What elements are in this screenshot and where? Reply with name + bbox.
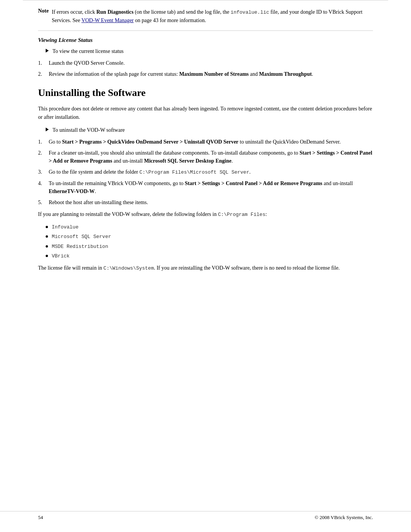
uninstall-bullet-list: To uninstall the VOD-W software [38, 126, 373, 134]
us4-bold: Start > Settings > Control Panel > Add o… [185, 181, 322, 186]
license-code: C:\Windows\System [104, 265, 154, 271]
viewing-license-section: Viewing License Status To view the curre… [38, 37, 373, 78]
footer-copyright: © 2008 VBrick Systems, Inc. [315, 514, 373, 521]
uninstall-num-5: 5. [38, 198, 49, 206]
step-2-bold1: Maximum Number of Streams [179, 71, 249, 77]
note-text: If errors occur, click Run Diagnostics (… [52, 8, 373, 24]
reinstall-after: : [265, 211, 267, 217]
uninstall-num-4: 4. [38, 179, 49, 187]
us1-before: Go to [49, 139, 62, 145]
folder-item-1: Microsoft SQL Server [46, 233, 373, 241]
bullet-triangle-icon-2 [46, 128, 49, 131]
viewing-step-2: 2. Review the information of the splash … [38, 70, 373, 78]
uninstall-num-3: 3. [38, 168, 49, 176]
license-before: The license file will remain in [38, 265, 104, 271]
license-after: . If you are reinstalling the VOD-W soft… [154, 265, 339, 271]
folder-2-text: MSDE Redistribution [52, 243, 108, 251]
folder-0-text: Infovalue [52, 224, 78, 231]
step-num-1: 1. [38, 59, 49, 67]
us2-after: and un-install [112, 158, 144, 164]
us3-after: . [249, 169, 251, 175]
license-para: The license file will remain in C:\Windo… [38, 264, 373, 273]
footer-page-number: 54 [38, 514, 43, 521]
vod-w-link[interactable]: VOD-W Event Manager [81, 18, 134, 23]
bullet-triangle-icon [46, 49, 49, 53]
us4-end: . [95, 189, 96, 194]
viewing-bullet-item: To view the current license status [46, 47, 373, 55]
note-label: Note [38, 8, 49, 14]
content-area: Note If errors occur, click Run Diagnost… [0, 0, 411, 307]
step-2-before: Review the information of the splash pag… [49, 71, 179, 77]
us4-bold2: EtherneTV-VOD-W [49, 189, 95, 194]
viewing-step-1: 1. Launch the QVOD Server Console. [38, 59, 373, 67]
step-2-end: . [312, 71, 313, 77]
us2-bold2: Microsoft SQL Server Desktop Engine [144, 158, 232, 164]
bullet-dot-icon-1 [46, 235, 48, 238]
us1-bold: Start > Programs > QuickVideo OnDemand S… [62, 139, 239, 145]
note-bold: Run Diagnostics [96, 9, 134, 15]
us1-after: to uninstall the QuickVideo OnDemand Ser… [239, 139, 341, 145]
us4-before: To un-install the remaining VBrick VOD-W… [49, 181, 185, 186]
uninstall-bullet-item: To uninstall the VOD-W software [46, 126, 373, 134]
us4-after: and un-install [322, 181, 353, 186]
note-block: Note If errors occur, click Run Diagnost… [38, 8, 373, 31]
us3-code: C:\Program Files\Microsoft SQL Server [139, 169, 249, 175]
viewing-bullet-text: To view the current license status [53, 47, 124, 55]
step-2-and: and [249, 71, 259, 77]
uninstall-step-2-content: For a cleaner un-install, you should als… [49, 149, 373, 165]
us2-end: . [231, 158, 233, 164]
bullet-dot-icon-0 [46, 226, 48, 228]
uninstall-steps-list: 1. Go to Start > Programs > QuickVideo O… [38, 138, 373, 206]
reinstall-para: If you are planning to reinstall the VOD… [38, 210, 373, 219]
footer: 54 © 2008 VBrick Systems, Inc. [0, 511, 411, 521]
reinstall-code: C:\Program Files [218, 212, 266, 217]
step-1-text: Launch the QVOD Server Console. [49, 59, 124, 67]
uninstall-step-1: 1. Go to Start > Programs > QuickVideo O… [38, 138, 373, 146]
folder-3-text: VBrick [52, 252, 70, 260]
folders-list: Infovalue Microsoft SQL Server MSDE Redi… [38, 224, 373, 260]
step-2-bold2: Maximum Throughput [259, 71, 312, 77]
viewing-license-heading: Viewing License Status [38, 37, 373, 43]
viewing-steps-list: 1. Launch the QVOD Server Console. 2. Re… [38, 59, 373, 78]
uninstalling-section: Uninstalling the Software This procedure… [38, 87, 373, 273]
us3-before: Go to the file system and delete the fol… [49, 169, 139, 175]
uninstall-step-4: 4. To un-install the remaining VBrick VO… [38, 179, 373, 195]
folder-item-3: VBrick [46, 252, 373, 260]
note-text-before: If errors occur, click [52, 9, 96, 15]
uninstall-step-3-content: Go to the file system and delete the fol… [49, 168, 250, 176]
bullet-dot-icon-2 [46, 245, 48, 248]
uninstall-step-1-content: Go to Start > Programs > QuickVideo OnDe… [49, 138, 341, 146]
us2-before: For a cleaner un-install, you should als… [49, 150, 299, 156]
uninstall-step-5: 5. Reboot the host after un-installing t… [38, 198, 373, 206]
step-2-content: Review the information of the splash pag… [49, 70, 313, 78]
page-container: Note If errors occur, click Run Diagnost… [0, 0, 411, 532]
folder-1-text: Microsoft SQL Server [52, 233, 111, 241]
us5-text: Reboot the host after un-installing thes… [49, 198, 148, 206]
reinstall-before: If you are planning to reinstall the VOD… [38, 211, 218, 217]
note-text-end: on page 43 for more information. [134, 18, 206, 23]
uninstall-num-1: 1. [38, 138, 49, 146]
uninstall-step-4-content: To un-install the remaining VBrick VOD-W… [49, 179, 373, 195]
folder-item-0: Infovalue [46, 224, 373, 231]
uninstall-bullet-text: To uninstall the VOD-W software [53, 126, 125, 134]
uninstall-step-3: 3. Go to the file system and delete the … [38, 168, 373, 176]
uninstall-num-2: 2. [38, 149, 49, 157]
uninstall-step-2: 2. For a cleaner un-install, you should … [38, 149, 373, 165]
note-code: infovalue.lic [231, 10, 269, 15]
step-num-2: 2. [38, 70, 49, 78]
note-text-middle: (on the license tab) and send the log fi… [134, 9, 231, 15]
bullet-dot-icon-3 [46, 255, 48, 257]
viewing-bullet-list: To view the current license status [38, 47, 373, 55]
chapter-heading: Uninstalling the Software [38, 87, 373, 99]
uninstalling-intro: This procedure does not delete or remove… [38, 105, 373, 122]
folder-item-2: MSDE Redistribution [46, 243, 373, 251]
